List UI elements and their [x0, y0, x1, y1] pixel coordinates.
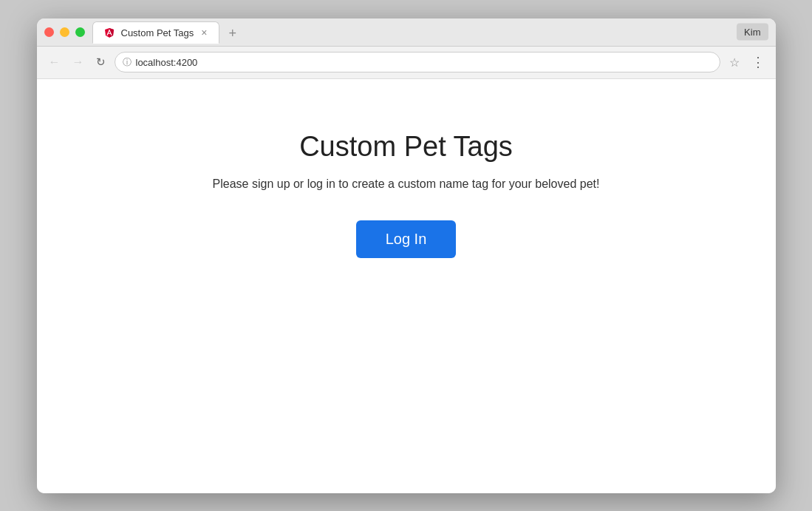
url-text: localhost:4200 — [136, 57, 198, 68]
lock-icon: ⓘ — [123, 56, 132, 69]
browser-window: Custom Pet Tags × + Kim ← → ↻ ⓘ localhos… — [37, 18, 776, 493]
angular-favicon-icon — [103, 27, 115, 38]
browser-menu-button[interactable]: ⋮ — [748, 51, 767, 73]
title-bar: Custom Pet Tags × + Kim — [37, 18, 776, 47]
close-button[interactable] — [44, 27, 54, 37]
page-title: Custom Pet Tags — [299, 131, 513, 163]
star-icon: ☆ — [729, 56, 740, 69]
refresh-icon: ↻ — [96, 55, 106, 68]
window-controls — [44, 27, 85, 37]
address-bar: ← → ↻ ⓘ localhost:4200 ☆ ⋮ — [37, 47, 776, 79]
login-button[interactable]: Log In — [356, 220, 457, 258]
back-icon: ← — [49, 55, 61, 68]
tab-title: Custom Pet Tags — [121, 27, 194, 38]
menu-icon: ⋮ — [751, 55, 764, 70]
tabs-area: Custom Pet Tags × + — [92, 21, 768, 43]
forward-icon: → — [72, 55, 84, 68]
maximize-button[interactable] — [75, 27, 85, 37]
page-subtitle: Please sign up or log in to create a cus… — [213, 177, 600, 191]
active-tab[interactable]: Custom Pet Tags × — [92, 21, 220, 44]
new-tab-button[interactable]: + — [224, 24, 241, 43]
profile-button[interactable]: Kim — [737, 24, 768, 41]
url-bar[interactable]: ⓘ localhost:4200 — [115, 52, 720, 72]
bookmark-button[interactable]: ☆ — [726, 53, 743, 72]
minimize-button[interactable] — [60, 27, 69, 37]
back-button[interactable]: ← — [46, 53, 64, 71]
tab-close-button[interactable]: × — [199, 27, 208, 38]
page-content: Custom Pet Tags Please sign up or log in… — [37, 79, 776, 493]
forward-button[interactable]: → — [69, 53, 87, 71]
refresh-button[interactable]: ↻ — [93, 53, 109, 72]
svg-marker-1 — [109, 28, 114, 38]
